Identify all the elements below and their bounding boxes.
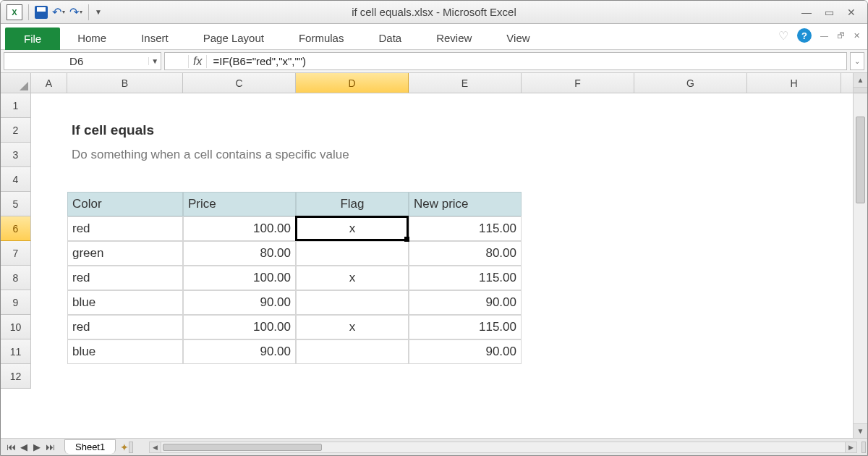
cell[interactable] [522,290,634,315]
row-header[interactable]: 11 [1,339,31,364]
name-box-dropdown-icon[interactable]: ▼ [148,57,161,65]
cell[interactable] [634,216,747,241]
cell[interactable] [296,241,409,266]
scroll-thumb[interactable] [163,444,322,451]
row-header[interactable]: 8 [1,266,31,290]
cell[interactable] [522,167,634,192]
vertical-scrollbar[interactable]: ▲ ▼ [853,73,867,438]
cell[interactable] [747,315,841,339]
tab-split-handle[interactable] [129,442,133,453]
cell[interactable] [183,364,296,389]
new-sheet-icon[interactable]: ✦ [120,442,129,453]
first-sheet-icon[interactable]: ⏮ [5,442,17,452]
cell[interactable]: 90.00 [183,339,296,364]
cell[interactable] [296,364,409,389]
minimize-icon[interactable]: — [801,7,812,18]
cell[interactable] [522,93,634,118]
scroll-thumb[interactable] [856,117,865,203]
cell[interactable] [747,241,841,266]
cell[interactable] [634,315,747,339]
horizontal-scrollbar[interactable]: ◀ ▶ [149,442,857,453]
cell[interactable] [747,167,841,192]
cell[interactable] [67,167,183,192]
undo-icon[interactable]: ↶ [52,5,65,19]
cell[interactable] [31,266,67,290]
tab-view[interactable]: View [489,27,547,49]
scroll-left-icon[interactable]: ◀ [150,442,161,452]
split-handle[interactable] [854,88,867,93]
row-header[interactable]: 1 [1,93,31,118]
cell[interactable]: 100.00 [183,216,296,241]
cell[interactable] [747,364,841,389]
cell[interactable] [747,93,841,118]
cell[interactable] [522,216,634,241]
cell[interactable] [31,216,67,241]
cell[interactable] [522,143,634,167]
cell[interactable] [31,143,67,167]
close-icon[interactable]: ✕ [847,7,856,18]
cell[interactable] [747,216,841,241]
prev-sheet-icon[interactable]: ◀ [18,442,30,452]
cell[interactable] [67,364,183,389]
cell[interactable]: 90.00 [409,290,522,315]
row-header[interactable]: 10 [1,315,31,339]
cell[interactable] [747,266,841,290]
cell[interactable] [634,339,747,364]
cell[interactable]: 90.00 [183,290,296,315]
cell[interactable]: 100.00 [183,266,296,290]
tab-review[interactable]: Review [419,27,489,49]
cell[interactable]: 115.00 [409,266,522,290]
scroll-right-icon[interactable]: ▶ [845,442,856,452]
table-header[interactable]: Price [183,192,296,216]
cell[interactable]: x [296,315,409,339]
cell[interactable]: 80.00 [183,241,296,266]
row-header[interactable]: 9 [1,290,31,315]
cell[interactable] [183,167,296,192]
cell[interactable] [31,167,67,192]
hscroll-split-handle[interactable] [861,442,866,453]
tab-formulas[interactable]: Formulas [281,27,362,49]
row-header[interactable]: 6 [1,216,31,241]
grid[interactable]: A B C D E F G H 1 2 If cell equals [1,73,853,438]
cell[interactable]: x [296,266,409,290]
cell[interactable] [747,290,841,315]
cell[interactable] [522,364,634,389]
row-header[interactable]: 2 [1,118,31,143]
cell[interactable] [634,364,747,389]
cell[interactable] [634,266,747,290]
cell[interactable]: 90.00 [409,339,522,364]
scroll-up-icon[interactable]: ▲ [854,73,867,88]
cell[interactable]: 115.00 [409,216,522,241]
table-header[interactable]: Color [67,192,183,216]
row-header[interactable]: 7 [1,241,31,266]
cell[interactable]: red [67,216,183,241]
cell[interactable] [409,364,522,389]
cell[interactable] [747,192,841,216]
cell[interactable] [522,118,634,143]
save-icon[interactable] [35,6,48,19]
cell[interactable]: 80.00 [409,241,522,266]
last-sheet-icon[interactable]: ⏭ [44,442,56,452]
cell[interactable]: blue [67,290,183,315]
cell[interactable] [31,93,67,118]
cell-active[interactable]: x [296,216,409,241]
col-header-G[interactable]: G [634,73,747,93]
scroll-down-icon[interactable]: ▼ [854,423,867,438]
cell[interactable] [634,118,747,143]
col-header-B[interactable]: B [67,73,183,93]
name-box[interactable]: ▼ [4,52,161,70]
minimize-ribbon-icon[interactable]: — [820,31,828,40]
cell[interactable] [296,93,409,118]
cell[interactable] [634,143,747,167]
restore-window-icon[interactable]: 🗗 [837,31,845,40]
cell[interactable] [183,93,296,118]
expand-formula-bar-icon[interactable]: ⌄ [850,52,864,70]
cell[interactable] [522,315,634,339]
cell[interactable] [31,241,67,266]
cell[interactable] [409,167,522,192]
next-sheet-icon[interactable]: ▶ [31,442,43,452]
cell[interactable] [31,192,67,216]
tab-data[interactable]: Data [361,27,419,49]
cell[interactable] [522,192,634,216]
cell[interactable] [31,364,67,389]
